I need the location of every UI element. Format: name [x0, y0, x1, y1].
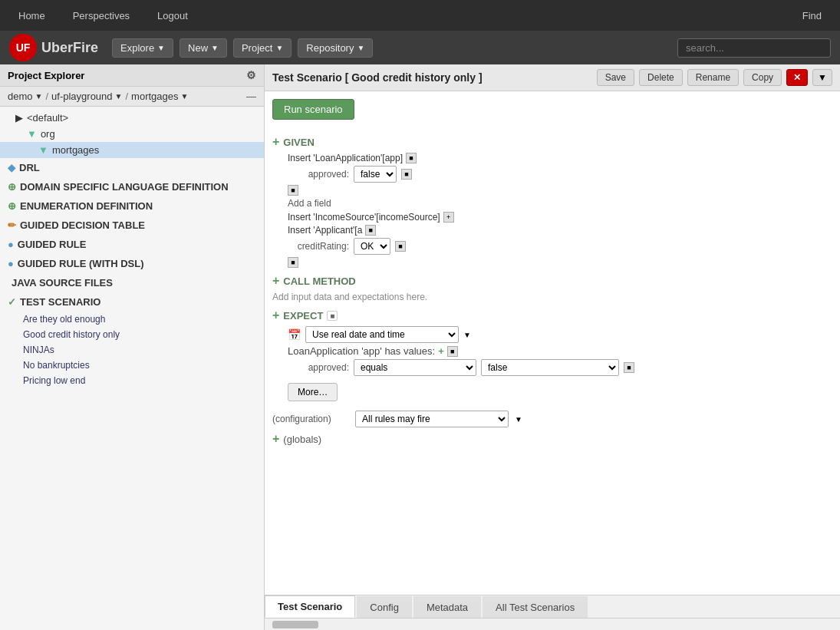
sidebar-content: ▶ <default> ▼ org ▼ mortgages ◆ DRL ⊕ DO…: [0, 107, 264, 630]
breadcrumb-mortgages[interactable]: mortgages ▼: [131, 91, 188, 102]
repository-button[interactable]: Repository ▼: [298, 38, 373, 58]
bottom-tabs: Test Scenario Config Metadata All Test S…: [265, 595, 840, 618]
remove-loan-approved-btn[interactable]: ■: [624, 362, 634, 373]
search-input[interactable]: [677, 38, 831, 58]
gear-icon[interactable]: ⚙: [246, 69, 256, 81]
section-test-scenario[interactable]: ✓ TEST SCENARIO: [0, 292, 264, 312]
remove-credit-btn[interactable]: ■: [395, 241, 406, 252]
tree-mortgages[interactable]: ▼ mortgages: [0, 142, 264, 158]
equals-select[interactable]: equals not equals: [354, 359, 476, 376]
all-rules-select[interactable]: All rules may fire Listed rules only: [355, 411, 509, 427]
loan-approved-row: approved: equals not equals false true ■: [288, 359, 832, 376]
new-chevron-icon: ▼: [211, 44, 219, 52]
nav-perspectives[interactable]: Perspectives: [67, 10, 136, 21]
tree-default[interactable]: ▶ <default>: [0, 110, 264, 126]
folder-collapsed-icon: ▶: [15, 112, 23, 124]
new-button[interactable]: New ▼: [180, 38, 227, 58]
section-java[interactable]: JAVA SOURCE FILES: [0, 273, 264, 292]
collapse-icon[interactable]: —: [246, 91, 256, 102]
approved-select[interactable]: false true: [354, 166, 397, 183]
remove-approved-btn[interactable]: ■: [401, 169, 412, 180]
repository-chevron-icon: ▼: [357, 44, 364, 52]
sidebar-title: Project Explorer: [8, 70, 84, 81]
add-field-row: ■: [288, 185, 832, 196]
test-item-5[interactable]: Pricing low end: [0, 373, 264, 388]
drl-icon: ◆: [8, 162, 15, 173]
section-enum[interactable]: ⊕ ENUMERATION DEFINITION: [0, 196, 264, 216]
add-field-link[interactable]: Add a field: [288, 198, 832, 209]
approved-field-row: approved: false true ■: [288, 166, 832, 183]
sidebar-header: Project Explorer ⚙: [0, 64, 264, 87]
delete-button[interactable]: Delete: [639, 69, 683, 86]
call-method-row: Add input data and expectations here.: [272, 292, 832, 302]
right-panel: Test Scenario [ Good credit history only…: [265, 64, 840, 630]
guided-rule-icon: ●: [8, 239, 14, 250]
add-loan-field-icon[interactable]: +: [438, 345, 444, 357]
remove-applicant-btn[interactable]: ■: [365, 225, 376, 236]
tab-test-scenario[interactable]: Test Scenario: [265, 595, 355, 618]
panel-more-button[interactable]: ▼: [812, 69, 832, 86]
tree-org[interactable]: ▼ org: [0, 126, 264, 142]
mortgages-chevron-icon: ▼: [181, 92, 189, 101]
rename-button[interactable]: Rename: [687, 69, 739, 86]
section-guided-rule[interactable]: ● GUIDED RULE: [0, 235, 264, 254]
add-globals-icon[interactable]: +: [272, 432, 279, 446]
breadcrumb-uf-playground[interactable]: uf-playground ▼: [51, 91, 122, 102]
add-field-square-btn[interactable]: ■: [288, 185, 298, 196]
more-button[interactable]: More…: [288, 383, 338, 401]
logo-text: UberFire: [41, 40, 98, 56]
horizontal-scrollbar[interactable]: [265, 618, 840, 630]
logo-icon: UF: [9, 34, 37, 61]
scroll-thumb: [272, 621, 318, 628]
section-dsl[interactable]: ⊕ DOMAIN SPECIFIC LANGUAGE DEFINITION: [0, 177, 264, 196]
config-chevron-icon: ▼: [515, 415, 522, 424]
remove-loan-btn[interactable]: ■: [406, 153, 417, 163]
sidebar: Project Explorer ⚙ demo ▼ / uf-playgroun…: [0, 64, 265, 630]
expect-small-btn[interactable]: ■: [327, 311, 338, 321]
uf-playground-chevron-icon: ▼: [115, 92, 123, 101]
false-value-select[interactable]: false true: [481, 359, 619, 376]
top-navigation: Home Perspectives Logout Find: [0, 0, 840, 31]
section-guided-decision[interactable]: ✏ GUIDED DECISION TABLE: [0, 216, 264, 235]
enum-icon: ⊕: [8, 200, 16, 212]
test-item-3[interactable]: NINJAs: [0, 342, 264, 358]
credit-rating-select[interactable]: OK AA: [354, 238, 390, 255]
tab-config[interactable]: Config: [357, 596, 412, 618]
given-label: + GIVEN: [272, 135, 832, 149]
project-button[interactable]: Project ▼: [233, 38, 292, 58]
close-button[interactable]: ✕: [786, 69, 808, 86]
explore-button[interactable]: Explore ▼: [112, 38, 173, 58]
run-scenario-button[interactable]: Run scenario: [272, 99, 354, 120]
tab-metadata[interactable]: Metadata: [413, 596, 481, 618]
demo-chevron-icon: ▼: [35, 92, 43, 101]
nav-logout[interactable]: Logout: [151, 10, 194, 21]
panel-title: Test Scenario [ Good credit history only…: [272, 71, 592, 84]
breadcrumb-demo[interactable]: demo ▼: [8, 91, 42, 102]
nav-home[interactable]: Home: [12, 10, 51, 21]
date-time-select[interactable]: Use real date and time: [305, 326, 459, 343]
test-item-2[interactable]: Good credit history only: [0, 327, 264, 342]
credit-add-row: ■: [288, 257, 832, 268]
dsl-icon: ⊕: [8, 181, 16, 193]
save-button[interactable]: Save: [597, 69, 634, 86]
header-bar: UF UberFire Explore ▼ New ▼ Project ▼ Re…: [0, 31, 840, 64]
copy-button[interactable]: Copy: [743, 69, 782, 86]
add-given-icon[interactable]: +: [272, 135, 279, 149]
add-expect-icon[interactable]: +: [272, 308, 279, 322]
loan-sq-btn[interactable]: ■: [447, 346, 458, 357]
config-row: (configuration) All rules may fire Liste…: [272, 411, 832, 427]
test-item-4[interactable]: No bankruptcies: [0, 358, 264, 373]
add-call-icon[interactable]: +: [272, 274, 279, 288]
tab-all-test-scenarios[interactable]: All Test Scenarios: [483, 596, 588, 618]
expect-label: + EXPECT ■: [272, 308, 832, 322]
section-drl[interactable]: ◆ DRL: [0, 158, 264, 177]
insert-income-row: Insert 'IncomeSource'[incomeSource] +: [288, 212, 832, 223]
breadcrumb: demo ▼ / uf-playground ▼ / mortgages ▼ —: [0, 87, 264, 107]
section-guided-rule-dsl[interactable]: ● GUIDED RULE (WITH DSL): [0, 254, 264, 273]
nav-find[interactable]: Find: [796, 10, 828, 21]
credit-square-btn[interactable]: ■: [288, 257, 298, 268]
insert-loan-row: Insert 'LoanApplication'[app] ■: [288, 153, 832, 163]
explore-chevron-icon: ▼: [157, 44, 165, 52]
test-item-1[interactable]: Are they old enough: [0, 312, 264, 327]
add-income-btn[interactable]: +: [443, 212, 454, 223]
